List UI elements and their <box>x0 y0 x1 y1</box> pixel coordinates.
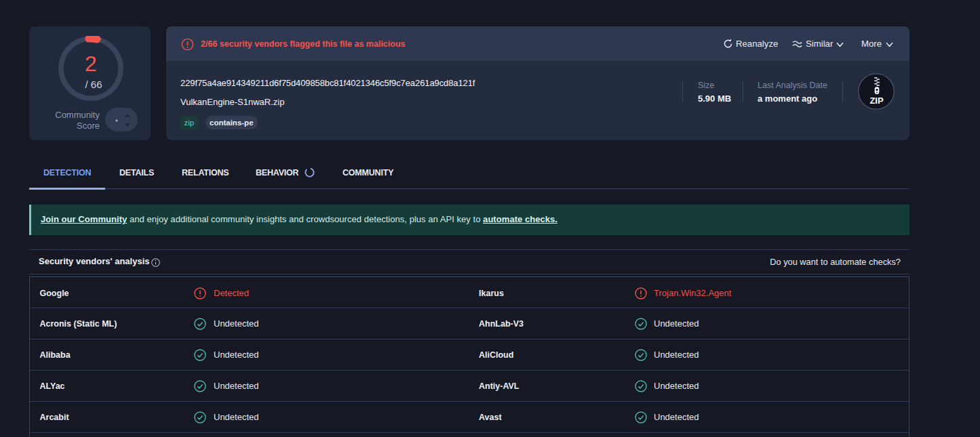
svg-text:ZIP: ZIP <box>869 96 884 106</box>
